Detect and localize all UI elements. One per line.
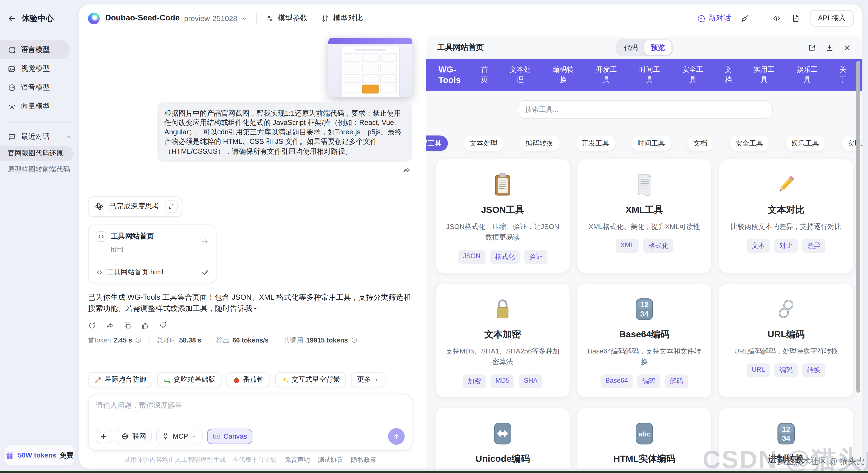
recent-chat-item[interactable]: 官网截图代码还原 xyxy=(0,146,73,161)
filter-chip[interactable]: 娱乐工具 xyxy=(785,135,825,151)
filter-chip[interactable]: 文档 xyxy=(687,135,713,151)
file-code-icon xyxy=(96,231,106,242)
chat-input-box[interactable]: 联网 MCP Canvas xyxy=(88,394,412,451)
disclaimer-text: 试用体验内容均由人工智能模型生成，不代表平台立场 xyxy=(124,456,277,464)
site-nav-item[interactable]: 实用工具 xyxy=(753,65,775,85)
tool-card[interactable]: 文本对比比较两段文本的差异，支持逐行对比文本对比差异 xyxy=(719,159,853,273)
stat-label: 输出 xyxy=(216,336,229,345)
tool-card[interactable]: Unicode编码Unicode编码解码，处理多语言字符Unicode字符编码 xyxy=(436,408,570,469)
filter-chip[interactable]: 文本处理 xyxy=(464,135,503,151)
more-suggestions-button[interactable]: 更多 xyxy=(351,372,385,387)
api-access-button[interactable]: API 接入 xyxy=(810,10,854,27)
footer-link[interactable]: 隐私政策 xyxy=(351,456,376,464)
site-logo[interactable]: WG-Tools xyxy=(438,64,467,86)
site-nav-item[interactable]: 编码转换 xyxy=(552,65,575,85)
close-icon[interactable] xyxy=(843,43,851,52)
preview-scrollbar[interactable] xyxy=(857,61,860,393)
sidebar-item-image-model[interactable]: 视觉模型 xyxy=(0,59,70,78)
tool-card[interactable]: 1234Base64编码Base64编码解码，支持文本和文件转换Base64编码… xyxy=(577,283,711,397)
tool-card-tags: JSON格式化验证 xyxy=(445,250,560,264)
clear-broom-icon[interactable] xyxy=(741,14,750,23)
tool-card-description: JSON格式化、压缩、验证，让JSON数据更易读 xyxy=(445,222,560,243)
filter-chip[interactable]: 时间工具 xyxy=(631,135,671,151)
chat-input[interactable] xyxy=(96,401,405,409)
tab-code[interactable]: 代码 xyxy=(617,40,645,55)
filter-chip[interactable]: 全部工具 xyxy=(426,135,447,151)
filter-chip[interactable]: 安全工具 xyxy=(730,135,769,151)
share-message-icon[interactable] xyxy=(402,166,411,174)
tool-card[interactable]: 文本加密支持MD5、SHA1、SHA256等多种加密算法加密MD5SHA xyxy=(436,283,570,397)
regenerate-icon[interactable] xyxy=(88,321,96,330)
site-nav-item[interactable]: 安全工具 xyxy=(681,65,704,85)
export-icon[interactable] xyxy=(808,43,816,52)
artifact-file-row[interactable]: 工具网站首页.html xyxy=(89,263,216,282)
tab-preview[interactable]: 预览 xyxy=(645,40,672,55)
tool-tag: XML xyxy=(615,239,639,253)
suggestion-chip[interactable]: 交互式星空背景 xyxy=(275,372,346,387)
app-window: 体验中心 语言模型视觉模型语音模型向量模型 最近对话 官网截图代码还原原型样图转… xyxy=(0,0,868,473)
recent-chats-header[interactable]: 最近对话 xyxy=(0,128,79,145)
mcp-button[interactable]: MCP xyxy=(156,429,203,444)
site-nav-item[interactable]: 时间工具 xyxy=(638,65,661,85)
preview-header-actions xyxy=(808,43,851,52)
attach-button[interactable] xyxy=(96,429,111,444)
filter-chip[interactable]: 编码转换 xyxy=(520,135,559,151)
footer-link[interactable]: 测试协议 xyxy=(318,456,343,464)
share-icon[interactable] xyxy=(106,321,114,330)
sidebar-item-chat-model[interactable]: 语言模型 xyxy=(0,40,70,59)
tool-tag: 格式化 xyxy=(490,250,520,264)
pencil-icon xyxy=(775,173,797,197)
user-message-bubble: 根据图片中的产品官网截图，帮我实现1:1还原为前端代码，要求：禁止使用任何改变应… xyxy=(157,102,412,162)
free-tokens-banner[interactable]: 50W tokens 免费 xyxy=(4,445,75,466)
document-icon[interactable] xyxy=(791,14,800,23)
tool-tag: 验证 xyxy=(524,250,548,264)
reference-screenshot-thumbnail[interactable] xyxy=(328,38,412,97)
model-params-button[interactable]: 模型参数 xyxy=(266,13,308,23)
web-search-button[interactable]: 联网 xyxy=(116,429,152,444)
tool-card[interactable]: 1234进制转换2、8、10、16进制之间的相互转换进制转换二进制 xyxy=(719,408,853,469)
suggestion-chip[interactable]: 贪吃蛇基础版 xyxy=(157,372,221,387)
footer-link[interactable]: 免责声明 xyxy=(284,456,310,464)
chevron-down-icon[interactable] xyxy=(241,15,247,21)
site-nav-item[interactable]: 文本处理 xyxy=(509,65,531,85)
recent-chat-item[interactable]: 原型样图转前端代码 xyxy=(0,162,73,177)
expand-thinking-button[interactable] xyxy=(165,200,178,213)
thumb-card-grid xyxy=(344,53,397,94)
site-nav-item[interactable]: 娱乐工具 xyxy=(796,65,819,85)
thumbs-up-icon[interactable] xyxy=(141,321,150,330)
arrow-right-icon[interactable] xyxy=(201,237,209,245)
chevron-up-icon[interactable] xyxy=(65,134,71,139)
sidebar-header[interactable]: 体验中心 xyxy=(0,13,79,24)
site-nav-item[interactable]: 开发工具 xyxy=(595,65,618,85)
copy-icon[interactable] xyxy=(124,321,132,330)
code-icon[interactable] xyxy=(772,14,781,23)
arrow-up-icon xyxy=(393,433,400,440)
canvas-button[interactable]: Canvas xyxy=(207,429,253,444)
sidebar-item-voice-model[interactable]: 语音模型 xyxy=(0,78,70,97)
site-nav-item[interactable]: 文档 xyxy=(724,65,733,85)
thumbs-down-icon[interactable] xyxy=(159,321,167,330)
model-params-label: 模型参数 xyxy=(278,13,308,23)
send-button[interactable] xyxy=(388,428,405,445)
sidebar-item-vector-model[interactable]: 向量模型 xyxy=(0,97,70,115)
filter-chip[interactable]: 开发工具 xyxy=(576,135,615,151)
new-chat-button[interactable]: 新对话 xyxy=(697,13,731,23)
download-icon[interactable] xyxy=(826,43,834,52)
site-search-input[interactable] xyxy=(516,100,772,119)
tool-card[interactable]: JSON工具JSON格式化、压缩、验证，让JSON数据更易读JSON格式化验证 xyxy=(436,159,570,273)
site-nav-item[interactable]: 首页 xyxy=(480,65,489,85)
tomato-icon xyxy=(232,376,240,383)
globe-icon xyxy=(121,433,129,440)
back-arrow-icon[interactable] xyxy=(8,14,16,23)
tool-card[interactable]: XML工具XML格式化、美化，提升XML可读性XML格式化 xyxy=(577,159,711,273)
suggestion-chip[interactable]: 番茄钟 xyxy=(226,372,270,387)
model-compare-button[interactable]: 模型对比 xyxy=(321,13,363,23)
suggestion-chip[interactable]: 星际炮台防御 xyxy=(88,372,152,387)
site-nav-item[interactable]: 关于 xyxy=(839,65,847,85)
tool-card[interactable]: abcHTML实体编码HTML实体字符编码解码HTML实体编码 xyxy=(577,408,711,469)
deep-thinking-pill[interactable]: 已完成深度思考 xyxy=(88,196,182,217)
model-selector[interactable]: Doubao-Seed-Code xyxy=(105,13,180,23)
expand-icon xyxy=(168,203,174,209)
artifact-card[interactable]: 工具网站首页 html 工具网站首页.html xyxy=(88,225,216,283)
tool-card[interactable]: URL编码URL编码解码，处理特殊字符转换URL编码转换 xyxy=(719,283,853,397)
